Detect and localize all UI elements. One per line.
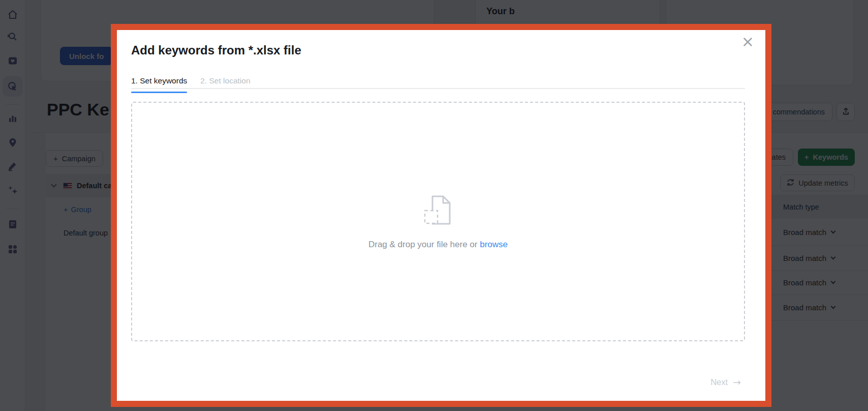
tab-set-keywords[interactable]: 1. Set keywords [131,76,187,93]
file-dropzone[interactable]: Drag & drop your file here or browse [131,102,745,341]
modal-highlight-frame: Add keywords from *.xlsx file × 1. Set k… [111,24,771,407]
arrow-right-icon: → [733,376,741,388]
browse-link[interactable]: browse [480,240,508,249]
modal-tabs: 1. Set keywords 2. Set location [131,76,251,93]
modal-title: Add keywords from *.xlsx file [131,43,301,57]
tabs-baseline [131,88,745,89]
add-keywords-modal: Add keywords from *.xlsx file × 1. Set k… [117,30,765,401]
tab-set-location[interactable]: 2. Set location [200,76,250,93]
next-button[interactable]: Next → [710,376,741,388]
close-icon[interactable]: × [741,34,754,49]
dropzone-text: Drag & drop your file here or browse [368,240,508,250]
file-upload-icon [423,194,453,228]
